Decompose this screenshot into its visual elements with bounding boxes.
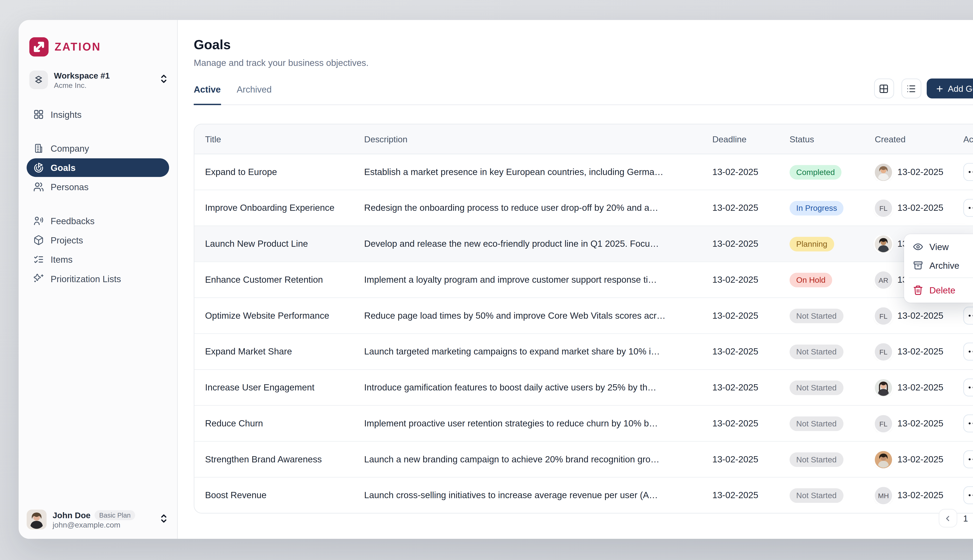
status-badge: Completed bbox=[789, 165, 841, 179]
row-actions-button[interactable] bbox=[963, 450, 973, 468]
goal-created: 13-02-2025 bbox=[864, 451, 953, 468]
goal-description: Launch cross-selling initiatives to incr… bbox=[354, 490, 702, 500]
table-row[interactable]: Boost Revenue Launch cross-selling initi… bbox=[194, 477, 973, 513]
row-actions-button[interactable] bbox=[963, 307, 973, 325]
goals-table: TitleDescriptionDeadlineStatusCreatedAct… bbox=[194, 124, 973, 513]
goal-actions bbox=[953, 378, 973, 397]
created-date: 13-02-2025 bbox=[898, 347, 943, 357]
created-date: 13-02-2025 bbox=[898, 203, 943, 213]
layers-icon bbox=[29, 71, 48, 89]
table-row[interactable]: Expand Market Share Launch targeted mark… bbox=[194, 333, 973, 369]
add-goal-button[interactable]: Add Goal bbox=[926, 78, 973, 98]
menu-item-view[interactable]: View bbox=[908, 237, 973, 256]
user-email: john@example.com bbox=[53, 521, 154, 529]
created-date: 13-02-2025 bbox=[898, 418, 943, 428]
z-arrow-icon bbox=[29, 37, 48, 57]
workspace-subtitle: Acme Inc. bbox=[54, 81, 154, 89]
goal-status: Planning bbox=[779, 237, 864, 251]
goal-deadline: 13-02-2025 bbox=[702, 203, 779, 213]
add-goal-label: Add Goal bbox=[948, 83, 973, 93]
sidebar-item-items[interactable]: Items bbox=[27, 250, 169, 269]
goal-deadline: 13-02-2025 bbox=[702, 311, 779, 321]
goal-created: FL13-02-2025 bbox=[864, 415, 953, 432]
avatar-initials: FL bbox=[875, 343, 892, 360]
sidebar-item-label: Goals bbox=[50, 163, 75, 172]
chevron-updown-icon bbox=[160, 513, 168, 526]
goal-deadline: 13-02-2025 bbox=[702, 275, 779, 285]
goal-title: Strengthen Brand Awareness bbox=[194, 454, 354, 464]
row-actions-button[interactable] bbox=[963, 343, 973, 360]
menu-item-archive[interactable]: Archive bbox=[908, 256, 973, 275]
row-context-menu: View Archive Delete bbox=[904, 234, 973, 303]
page-subtitle: Manage and track your business objective… bbox=[194, 58, 369, 68]
goal-title: Improve Onboarding Experience bbox=[194, 203, 354, 213]
sidebar-item-label: Insights bbox=[50, 110, 82, 119]
menu-item-delete[interactable]: Delete bbox=[908, 281, 973, 300]
goal-description: Establish a market presence in key Europ… bbox=[354, 167, 702, 177]
row-actions-button[interactable] bbox=[963, 486, 973, 504]
sidebar-item-feedbacks[interactable]: Feedbacks bbox=[27, 212, 169, 230]
goal-created: FL13-02-2025 bbox=[864, 307, 953, 324]
column-header-deadline: Deadline bbox=[702, 134, 779, 144]
table-row[interactable]: Increase User Engagement Introduce gamif… bbox=[194, 369, 973, 405]
page-number: 1 bbox=[963, 513, 968, 523]
grid-view-button[interactable] bbox=[874, 78, 894, 98]
avatar-photo bbox=[875, 379, 892, 396]
goal-status: Not Started bbox=[779, 488, 864, 502]
status-badge: Planning bbox=[789, 237, 834, 251]
user-menu[interactable]: John Doe Basic Plan john@example.com bbox=[27, 510, 169, 530]
list-view-button[interactable] bbox=[901, 78, 921, 98]
sidebar-item-company[interactable]: Company bbox=[27, 139, 169, 158]
plus-icon bbox=[935, 84, 944, 93]
goal-actions bbox=[953, 163, 973, 181]
eye-icon bbox=[913, 242, 923, 252]
sidebar-item-label: Projects bbox=[50, 235, 83, 245]
sidebar-item-projects[interactable]: Projects bbox=[27, 231, 169, 250]
table-row[interactable]: Improve Onboarding Experience Redesign t… bbox=[194, 190, 973, 225]
sidebar-item-label: Company bbox=[50, 143, 89, 153]
archive-icon bbox=[913, 260, 923, 271]
goal-status: Not Started bbox=[779, 344, 864, 359]
prev-page-button[interactable] bbox=[939, 509, 957, 528]
user-name: John Doe bbox=[53, 511, 90, 520]
row-actions-button[interactable] bbox=[963, 199, 973, 217]
table-row[interactable]: Enhance Customer Retention Implement a l… bbox=[194, 261, 973, 297]
goal-description: Implement proactive user retention strat… bbox=[354, 418, 702, 428]
goal-description: Launch targeted marketing campaigns to e… bbox=[354, 347, 702, 357]
row-actions-button[interactable] bbox=[963, 378, 973, 397]
avatar-initials: FL bbox=[875, 199, 892, 217]
sidebar-item-label: Items bbox=[50, 255, 73, 265]
table-row[interactable]: Launch New Product Line Develop and rele… bbox=[194, 225, 973, 262]
row-actions-button[interactable] bbox=[963, 414, 973, 432]
table-row[interactable]: Strengthen Brand Awareness Launch a new … bbox=[194, 441, 973, 477]
sidebar-item-goals[interactable]: Goals bbox=[27, 158, 169, 177]
goal-target-icon bbox=[33, 162, 44, 173]
tab-active[interactable]: Active bbox=[194, 84, 221, 105]
goal-status: Not Started bbox=[779, 308, 864, 323]
sidebar-nav: Insights Company Goals Personas Feedback… bbox=[27, 105, 169, 288]
avatar-photo bbox=[875, 235, 892, 252]
brand-name: ZATION bbox=[55, 41, 101, 53]
goal-status: In Progress bbox=[779, 200, 864, 215]
sidebar-item-prioritization-lists[interactable]: Prioritization Lists bbox=[27, 270, 169, 288]
users-icon bbox=[33, 182, 44, 192]
status-badge: Not Started bbox=[789, 344, 843, 359]
status-badge: On Hold bbox=[789, 272, 832, 287]
goal-status: Not Started bbox=[779, 380, 864, 395]
goal-description: Reduce page load times by 50% and improv… bbox=[354, 311, 702, 321]
sidebar-item-insights[interactable]: Insights bbox=[27, 105, 169, 124]
tab-archived[interactable]: Archived bbox=[237, 84, 272, 104]
sidebar: ZATION Workspace #1 Acme Inc. bbox=[19, 20, 178, 539]
goal-title: Launch New Product Line bbox=[194, 239, 354, 249]
table-row[interactable]: Optimize Website Performance Reduce page… bbox=[194, 297, 973, 333]
sidebar-item-personas[interactable]: Personas bbox=[27, 178, 169, 196]
goal-title: Expand to Europe bbox=[194, 167, 354, 177]
sidebar-item-label: Prioritization Lists bbox=[50, 274, 121, 284]
table-row[interactable]: Expand to Europe Establish a market pres… bbox=[194, 154, 973, 190]
row-actions-button[interactable] bbox=[963, 163, 973, 181]
column-header-actions: Actions bbox=[953, 134, 973, 144]
workspace-selector[interactable]: Workspace #1 Acme Inc. bbox=[29, 71, 169, 89]
status-badge: Not Started bbox=[789, 452, 843, 467]
table-row[interactable]: Reduce Churn Implement proactive user re… bbox=[194, 405, 973, 441]
table-body: Expand to Europe Establish a market pres… bbox=[194, 154, 973, 513]
